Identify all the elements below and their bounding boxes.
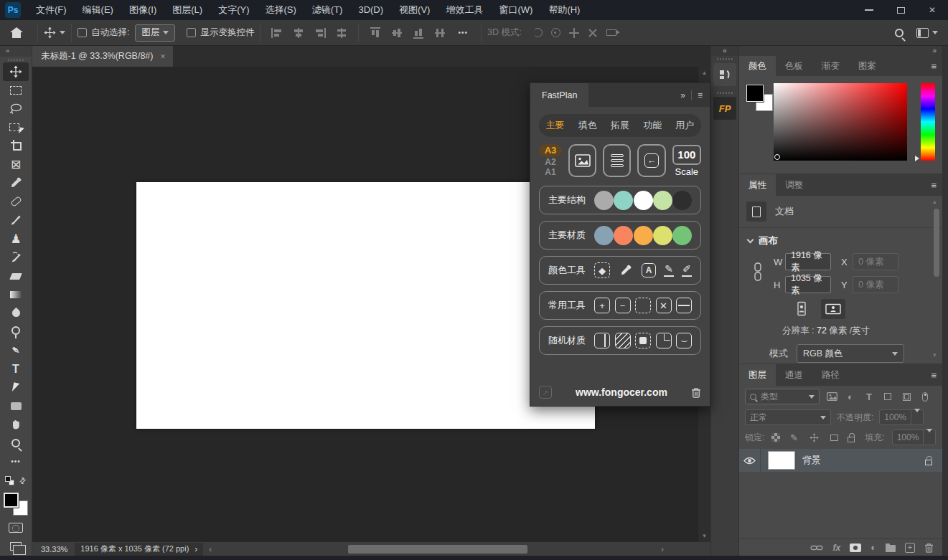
lock-artboard-icon[interactable]: [827, 435, 840, 441]
tab-paths[interactable]: 路径: [812, 364, 849, 386]
tools-collapse-button[interactable]: »: [0, 46, 32, 57]
subtract-icon[interactable]: −: [615, 298, 631, 313]
menu-plugins[interactable]: 增效工具: [438, 0, 491, 20]
fill-selection-icon[interactable]: ◆: [594, 262, 610, 278]
scrollbar-thumb[interactable]: [934, 209, 939, 277]
tool-eraser[interactable]: [3, 267, 29, 285]
structure-swatch-teal[interactable]: [614, 191, 633, 210]
workspace-chevron-icon[interactable]: [932, 31, 938, 34]
properties-scrollbar[interactable]: ▴ ▾: [932, 199, 941, 359]
menu-help[interactable]: 帮助(H): [540, 0, 588, 20]
hue-handle-icon[interactable]: [915, 156, 919, 161]
workspace-switcher-icon[interactable]: [916, 28, 929, 38]
lock-all-icon[interactable]: [848, 437, 855, 442]
menu-view[interactable]: 视图(V): [391, 0, 438, 20]
tool-dodge[interactable]: [3, 323, 29, 341]
tool-preset-chevron-icon[interactable]: [60, 31, 65, 34]
panel-menu-icon[interactable]: ≡: [931, 364, 942, 386]
scroll-down-icon[interactable]: ▾: [933, 349, 937, 361]
align-left-icon[interactable]: [271, 28, 283, 38]
3d-roll-icon[interactable]: [551, 28, 560, 37]
filter-adjustment-icon[interactable]: ◐: [844, 391, 857, 402]
tool-rectangle-shape[interactable]: [3, 397, 29, 416]
text-color-icon[interactable]: A: [642, 263, 656, 277]
tab-color[interactable]: 颜色: [739, 56, 776, 76]
status-forward-icon[interactable]: ›: [194, 544, 197, 554]
dock-collapse-button[interactable]: »: [739, 46, 942, 56]
menu-3d[interactable]: 3D(D): [350, 0, 391, 20]
panel-icon-fastplan[interactable]: FP: [713, 97, 736, 120]
tool-move[interactable]: [3, 62, 29, 81]
scale-value-field[interactable]: 100: [672, 145, 701, 165]
lock-paint-icon[interactable]: ✎: [787, 432, 800, 443]
close-button[interactable]: ✕: [916, 0, 948, 20]
tool-path-selection[interactable]: [3, 379, 29, 397]
material-swatch-green[interactable]: [672, 226, 692, 245]
filter-type-dropdown[interactable]: 类型: [745, 389, 820, 404]
default-colors-icon[interactable]: [5, 476, 14, 485]
tool-crop[interactable]: [3, 137, 29, 156]
panel-menu-icon[interactable]: ≡: [931, 174, 942, 196]
tool-rectangular-marquee[interactable]: [3, 81, 29, 100]
size-a3-selected[interactable]: A3: [539, 144, 562, 157]
filter-image-icon[interactable]: [825, 392, 838, 401]
scroll-up-icon[interactable]: ▴: [933, 196, 937, 207]
divided-square-icon[interactable]: [594, 333, 610, 348]
hue-slider[interactable]: [921, 83, 935, 161]
eyedropper-icon[interactable]: [618, 262, 634, 278]
marker-underline-icon[interactable]: ✐: [682, 265, 692, 277]
tool-frame[interactable]: ⊠: [3, 156, 29, 174]
tool-brush[interactable]: [3, 211, 29, 229]
fastplan-tab-functions[interactable]: 功能: [643, 119, 662, 132]
panel-menu-icon[interactable]: ≡: [931, 56, 942, 76]
distribute-vertical-icon[interactable]: [435, 27, 445, 39]
landscape-orientation-button[interactable]: [821, 299, 845, 319]
corner-partition-icon[interactable]: [656, 333, 672, 348]
tab-channels[interactable]: 通道: [776, 364, 812, 386]
size-a1[interactable]: A1: [539, 167, 562, 177]
3d-pan-icon[interactable]: [569, 28, 579, 38]
tool-eyedropper[interactable]: [3, 174, 29, 193]
material-swatch-yellowgreen[interactable]: [653, 226, 672, 245]
width-field[interactable]: 1916 像素: [785, 253, 831, 270]
menu-window[interactable]: 窗口(W): [491, 0, 540, 20]
filter-shape-icon[interactable]: [881, 393, 894, 400]
search-icon[interactable]: [895, 29, 904, 37]
3d-orbit-icon[interactable]: [533, 28, 543, 37]
home-icon[interactable]: [10, 27, 23, 38]
fastplan-tab[interactable]: FastPlan: [530, 83, 588, 107]
align-center-vertical-icon[interactable]: [392, 27, 402, 39]
blend-mode-dropdown[interactable]: 正常: [745, 409, 831, 425]
panel-icon-history[interactable]: [713, 63, 736, 86]
dock-expand-button[interactable]: «: [711, 46, 738, 56]
expand-icon[interactable]: ↗: [539, 386, 552, 399]
fastplan-tab-user[interactable]: 用户: [675, 119, 694, 132]
menu-edit[interactable]: 编辑(E): [75, 0, 121, 20]
pencil-underline-icon[interactable]: ✎: [664, 265, 674, 277]
x-field[interactable]: 0 像素: [853, 253, 898, 270]
scroll-up-icon[interactable]: ▴: [703, 67, 706, 78]
visibility-cell[interactable]: [739, 449, 761, 472]
filter-smart-object-icon[interactable]: [900, 393, 913, 401]
distribute-horizontal-icon[interactable]: [336, 28, 347, 38]
link-layers-icon[interactable]: [810, 544, 823, 551]
collapse-icon[interactable]: »: [680, 90, 685, 100]
align-top-icon[interactable]: [370, 27, 380, 39]
move-tool-icon[interactable]: [44, 27, 56, 39]
tool-spot-healing[interactable]: [3, 192, 29, 211]
tab-patterns[interactable]: 图案: [849, 56, 886, 76]
structure-swatch-lightgreen[interactable]: [653, 191, 672, 210]
height-field[interactable]: 1035 像素: [785, 276, 831, 293]
menu-type[interactable]: 文字(Y): [210, 0, 257, 20]
tool-type[interactable]: T: [3, 360, 29, 379]
tool-lasso[interactable]: [3, 100, 29, 118]
material-swatch-coral[interactable]: [614, 226, 633, 245]
horizontal-scrollbar-thumb[interactable]: [348, 545, 527, 554]
tool-history-brush[interactable]: [3, 248, 29, 267]
trash-icon[interactable]: [691, 386, 701, 398]
align-right-icon[interactable]: [314, 28, 326, 38]
scroll-down-icon[interactable]: ▾: [703, 530, 706, 541]
tool-pen[interactable]: ✒: [3, 341, 29, 360]
foreground-color-swatch[interactable]: [746, 85, 764, 102]
align-center-horizontal-icon[interactable]: [293, 28, 304, 38]
